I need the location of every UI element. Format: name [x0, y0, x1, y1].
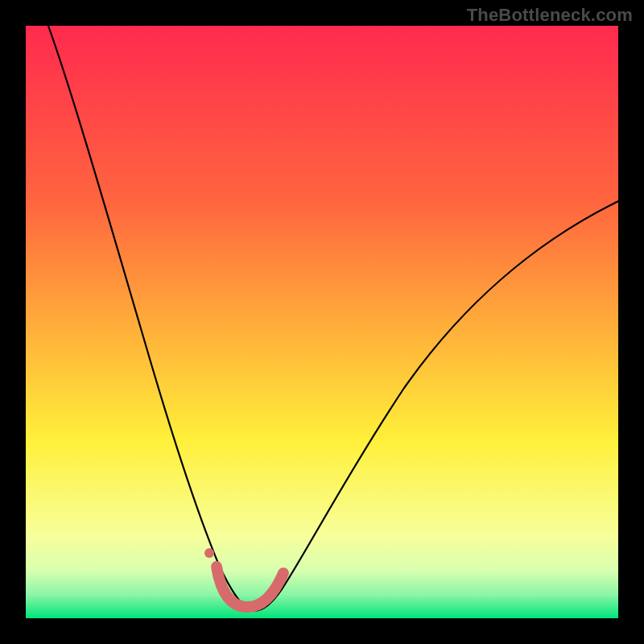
watermark-text: TheBottleneck.com [467, 5, 633, 26]
optimal-dot [204, 548, 214, 558]
chart-frame: TheBottleneck.com [0, 0, 644, 644]
gradient-background [26, 26, 618, 618]
plot-area [26, 26, 618, 618]
chart-svg [26, 26, 618, 618]
